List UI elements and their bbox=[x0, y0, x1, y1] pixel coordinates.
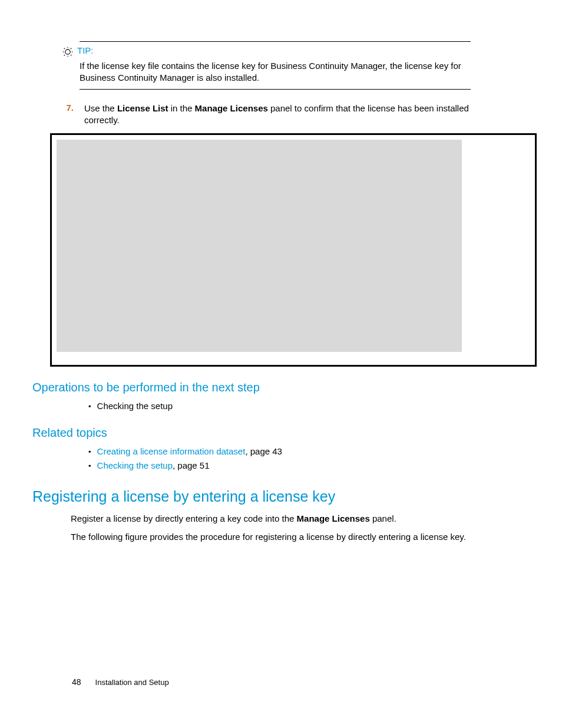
list-text: Checking the setup bbox=[97, 399, 173, 413]
svg-line-7 bbox=[64, 55, 65, 55]
page-footer: 48 Installation and Setup bbox=[72, 677, 169, 687]
subheading-next-ops: Operations to be performed in the next s… bbox=[32, 381, 503, 394]
bullet-list: • Checking the setup bbox=[88, 399, 503, 413]
tip-callout: TIP: If the license key file contains th… bbox=[62, 41, 471, 90]
bullet-icon: • bbox=[88, 446, 91, 459]
subheading-related: Related topics bbox=[32, 426, 503, 440]
step-number: 7. bbox=[62, 103, 74, 113]
list-item: • Creating a license information dataset… bbox=[88, 444, 503, 459]
text: panel. bbox=[370, 513, 396, 523]
svg-line-5 bbox=[64, 48, 65, 49]
lightbulb-icon bbox=[62, 46, 74, 58]
list-text: , page 51 bbox=[173, 460, 210, 470]
paragraph: The following figure provides the proced… bbox=[71, 531, 503, 543]
cross-reference-link[interactable]: Checking the setup bbox=[97, 460, 173, 470]
rule bbox=[80, 41, 471, 42]
list-text: , page 43 bbox=[245, 446, 282, 456]
text: Use the bbox=[84, 103, 117, 113]
bold-text: License List bbox=[117, 103, 168, 113]
page-number: 48 bbox=[72, 677, 81, 687]
step-7: 7. Use the License List in the Manage Li… bbox=[62, 103, 503, 127]
rule bbox=[80, 89, 471, 90]
heading-registering: Registering a license by entering a lice… bbox=[32, 488, 503, 505]
bold-text: Manage Licenses bbox=[297, 513, 370, 523]
step-text: Use the License List in the Manage Licen… bbox=[84, 103, 503, 127]
svg-point-0 bbox=[65, 50, 70, 54]
tip-label: TIP: bbox=[77, 45, 94, 55]
cross-reference-link[interactable]: Creating a license information dataset bbox=[97, 446, 246, 456]
tip-body: If the license key file contains the lic… bbox=[80, 60, 471, 84]
bullet-list: • Creating a license information dataset… bbox=[88, 444, 503, 473]
svg-line-6 bbox=[71, 55, 71, 55]
document-page: TIP: If the license key file contains th… bbox=[0, 0, 562, 728]
bullet-icon: • bbox=[88, 401, 91, 413]
footer-section-title: Installation and Setup bbox=[95, 678, 169, 687]
list-item: • Checking the setup, page 51 bbox=[88, 459, 503, 473]
figure-frame bbox=[50, 133, 537, 367]
svg-line-8 bbox=[71, 48, 71, 49]
bold-text: Manage Licenses bbox=[195, 103, 268, 113]
text: in the bbox=[168, 103, 195, 113]
list-item: • Checking the setup bbox=[88, 399, 503, 413]
text: Register a license by directly entering … bbox=[71, 513, 297, 523]
figure-placeholder bbox=[57, 140, 462, 352]
bullet-icon: • bbox=[88, 460, 91, 473]
paragraph: Register a license by directly entering … bbox=[71, 512, 503, 525]
tip-header: TIP: bbox=[62, 45, 471, 58]
